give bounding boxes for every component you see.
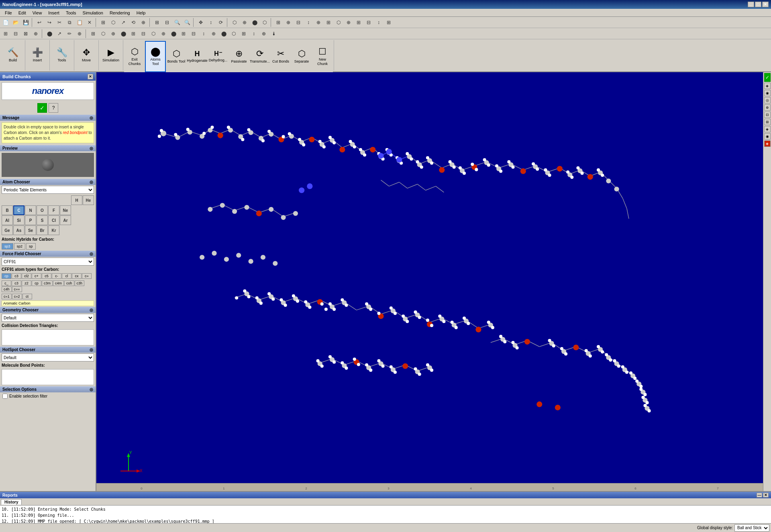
tb-btn-f[interactable]: ⊟ <box>162 18 172 27</box>
tb-btn-c[interactable]: ⟲ <box>128 18 138 27</box>
selection-close[interactable]: ◎ <box>90 387 93 392</box>
tb-btn-s[interactable]: ⊞ <box>324 18 333 27</box>
tb2-btn-n[interactable]: ⬡ <box>149 29 158 39</box>
menu-rendering[interactable]: Rendering <box>106 10 133 16</box>
atom-chooser-close[interactable]: ◎ <box>90 180 93 184</box>
menu-edit[interactable]: Edit <box>15 10 29 16</box>
atomtype-ceq2[interactable]: c== <box>12 286 22 292</box>
tb2-btn-k[interactable]: ⬤ <box>118 29 128 39</box>
element-Se[interactable]: Se <box>25 225 36 235</box>
tb2-btn-e[interactable]: ↗ <box>55 29 64 39</box>
tb2-btn-t[interactable]: ⊕ <box>209 29 218 39</box>
tb-btn-b[interactable]: ↗ <box>118 18 128 27</box>
menu-insert[interactable]: Insert <box>45 10 63 16</box>
maximize-button[interactable]: □ <box>755 2 761 7</box>
tb2-btn-m[interactable]: ⊟ <box>139 29 148 39</box>
right-btn-8[interactable]: ◉ <box>764 133 771 140</box>
tools-button[interactable]: 🔧 Tools <box>51 41 72 70</box>
transmute-button[interactable]: ⟳ Transmute... <box>249 41 270 72</box>
right-btn-4[interactable]: ⊕ <box>764 104 771 111</box>
tb2-btn-f[interactable]: ✏ <box>65 29 74 39</box>
atomtype-z2[interactable]: z2 <box>22 280 31 286</box>
tb2-btn-o[interactable]: ⊕ <box>159 29 168 39</box>
tb2-btn-q[interactable]: ⊞ <box>179 29 188 39</box>
menu-simulation[interactable]: Simulation <box>80 10 106 16</box>
tab-history[interactable]: History <box>1 499 22 505</box>
tb2-btn-d[interactable]: ⬤ <box>45 29 54 39</box>
help-icon-button[interactable]: ? <box>49 103 58 113</box>
tb-btn-n[interactable]: ⊞ <box>273 18 283 27</box>
tb-copy[interactable]: ⧉ <box>65 18 74 27</box>
move-button[interactable]: ✥ Move <box>76 41 97 70</box>
atomtype-c3b[interactable]: c3 <box>12 280 21 286</box>
element-Al[interactable]: Al <box>2 215 13 225</box>
tb2-btn-j[interactable]: ⊕ <box>108 29 118 39</box>
element-C[interactable]: C <box>13 205 24 215</box>
tb2-btn-s[interactable]: ↕ <box>199 29 208 39</box>
atomtype-ceq1[interactable]: c=1 <box>2 294 12 299</box>
periodic-table-dropdown[interactable]: Periodic Table Elements <box>2 186 94 194</box>
tb-btn-v[interactable]: ⊞ <box>354 18 363 27</box>
preview-close[interactable]: ◎ <box>90 146 93 150</box>
cut-bonds-button[interactable]: ✂ Cut Bonds <box>270 41 291 72</box>
tb-zoom-out[interactable]: 🔍 <box>182 18 192 27</box>
tb-btn-k[interactable]: ⊕ <box>240 18 249 27</box>
tb-zoom-in[interactable]: 🔍 <box>172 18 182 27</box>
tb-redo[interactable]: ↪ <box>45 18 54 27</box>
right-btn-5[interactable]: ⊟ <box>764 112 771 118</box>
tb-btn-o[interactable]: ⊕ <box>284 18 293 27</box>
passivate-button[interactable]: ⊕ Passivate <box>228 41 249 72</box>
tb2-btn-l[interactable]: ⊞ <box>128 29 138 39</box>
tb2-zoom-fit[interactable]: ⊠ <box>21 29 31 39</box>
atomtype-coh[interactable]: coh <box>64 280 74 286</box>
tb2-btn-a[interactable]: ⊞ <box>1 29 10 39</box>
atomtype-ceq2b[interactable]: c=2 <box>12 294 22 299</box>
tb-btn-d[interactable]: ⊕ <box>139 18 148 27</box>
tb2-btn-i[interactable]: ⬡ <box>98 29 108 39</box>
hydrogenate-button[interactable]: H Hydrogenate <box>187 41 208 72</box>
tb-btn-q[interactable]: ↕ <box>304 18 313 27</box>
tb-btn-h[interactable]: ↕ <box>206 18 216 27</box>
element-As[interactable]: As <box>13 225 24 235</box>
tb-delete[interactable]: ✕ <box>85 18 94 27</box>
menu-view[interactable]: View <box>29 10 45 16</box>
atomtype-c5[interactable]: c5 <box>42 273 51 279</box>
atomtype-c3m[interactable]: c3m <box>42 280 53 286</box>
element-O[interactable]: O <box>37 205 48 215</box>
element-Ge[interactable]: Ge <box>2 225 13 235</box>
insert-tool-button[interactable]: ➕ Insert <box>27 41 48 70</box>
bonds-tool-button[interactable]: ⬡ Bonds Tool <box>166 41 187 72</box>
atomtype-c4h[interactable]: c4h <box>2 286 12 292</box>
element-Ar[interactable]: Ar <box>60 215 71 225</box>
right-btn-6[interactable]: ⊞ <box>764 119 771 125</box>
tb-btn-j[interactable]: ⬡ <box>230 18 239 27</box>
element-H[interactable]: H <box>71 195 82 205</box>
tb-btn-y[interactable]: ⊞ <box>384 18 394 27</box>
right-btn-3[interactable]: ◎ <box>764 97 771 104</box>
tb-undo[interactable]: ↩ <box>35 18 44 27</box>
panel-close-button[interactable]: ✕ <box>88 74 93 79</box>
tb-btn-m[interactable]: ⬡ <box>260 18 269 27</box>
element-B[interactable]: B <box>2 205 13 215</box>
element-S[interactable]: S <box>37 215 48 225</box>
atomtype-cplus[interactable]: c+ <box>32 273 41 279</box>
tb-btn-e[interactable]: ⊞ <box>152 18 162 27</box>
tb-btn-x[interactable]: ↕ <box>374 18 383 27</box>
new-chunk-button[interactable]: ☐ New Chunk <box>312 41 333 72</box>
atomtype-cpb[interactable]: cp <box>32 280 41 286</box>
atoms-tool-button[interactable]: ⬤ Atoms Tool <box>145 41 166 72</box>
tb-btn-t[interactable]: ⬡ <box>334 18 343 27</box>
reports-minimize[interactable]: — <box>757 493 762 497</box>
simulation-button[interactable]: ▶ Simulation <box>100 41 121 70</box>
tb-btn-w[interactable]: ⊟ <box>364 18 373 27</box>
element-N[interactable]: N <box>25 205 36 215</box>
tb2-btn-g[interactable]: ⊕ <box>75 29 84 39</box>
tb-btn-u[interactable]: ⊕ <box>344 18 353 27</box>
right-btn-9[interactable]: ◈ <box>764 140 771 147</box>
element-Kr[interactable]: Kr <box>48 225 59 235</box>
hybrid-sp3[interactable]: sp3 <box>2 243 13 250</box>
geometry-close[interactable]: ◎ <box>90 308 93 312</box>
tb2-btn-v[interactable]: ⬡ <box>229 29 239 39</box>
enable-selection-filter-checkbox[interactable] <box>2 394 8 399</box>
tb-cut[interactable]: ✂ <box>55 18 64 27</box>
